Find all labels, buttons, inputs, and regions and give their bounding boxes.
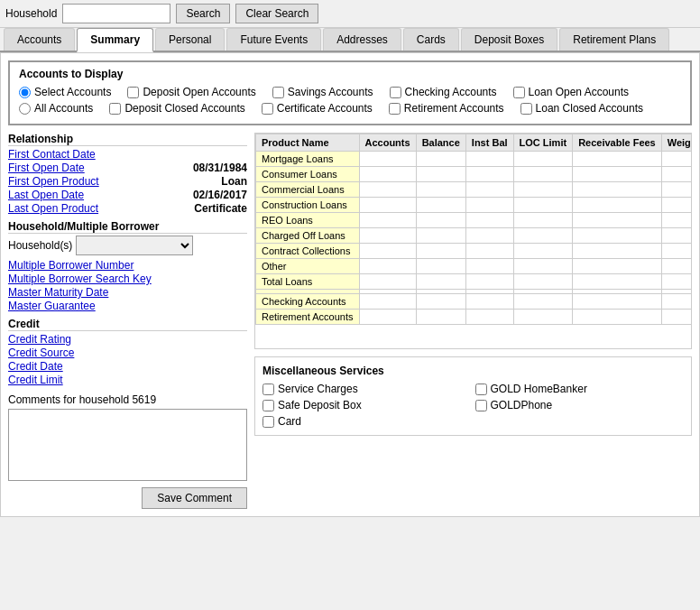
radio-select-accounts[interactable]: Select Accounts bbox=[19, 86, 111, 98]
rec_fees-cell bbox=[573, 198, 662, 213]
multiple-borrower-number-link[interactable]: Multiple Borrower Number bbox=[8, 259, 134, 272]
credit-rating-link[interactable]: Credit Rating bbox=[8, 333, 71, 346]
chk-loan-closed[interactable]: Loan Closed Accounts bbox=[520, 102, 643, 115]
product-name-cell: Total Loans bbox=[256, 274, 360, 290]
accounts-cell bbox=[359, 152, 416, 167]
first-open-product-row: First Open Product Loan bbox=[8, 175, 247, 188]
rec_fees-cell bbox=[573, 274, 662, 290]
rec_fees-cell bbox=[573, 228, 662, 244]
last-open-product-row: Last Open Product Certificate bbox=[8, 202, 247, 215]
weighted-cell bbox=[661, 294, 692, 310]
table-row: Consumer Loans bbox=[256, 167, 693, 182]
rec_fees-cell bbox=[573, 294, 662, 310]
credit-limit-link[interactable]: Credit Limit bbox=[8, 374, 63, 386]
left-panel: Relationship First Contact Date First Op… bbox=[8, 133, 247, 509]
radio-all-accounts[interactable]: All Accounts bbox=[19, 102, 93, 115]
certificate-label: Certificate Accounts bbox=[277, 102, 373, 115]
chk-loan-open[interactable]: Loan Open Accounts bbox=[513, 86, 629, 98]
credit-header: Credit bbox=[8, 318, 247, 331]
first-open-date-value: 08/31/1984 bbox=[193, 162, 247, 174]
first-open-date-row: First Open Date 08/31/1984 bbox=[8, 162, 247, 174]
first-open-product-label[interactable]: First Open Product bbox=[8, 175, 99, 188]
multiple-borrower-search-link[interactable]: Multiple Borrower Search Key bbox=[8, 273, 152, 285]
accounts-cell bbox=[359, 259, 416, 274]
rec_fees-cell bbox=[573, 152, 662, 167]
chk-service-charges[interactable]: Service Charges bbox=[262, 383, 472, 395]
credit-date-link[interactable]: Credit Date bbox=[8, 360, 63, 373]
loc_limit-cell bbox=[513, 152, 573, 167]
comments-section: Comments for household 5619 Save Comment bbox=[8, 393, 247, 509]
balance-cell bbox=[416, 182, 465, 198]
loc_limit-cell bbox=[513, 198, 573, 213]
misc-services-title: Miscellaneous Services bbox=[262, 365, 684, 377]
rec_fees-cell bbox=[573, 213, 662, 228]
weighted-cell bbox=[661, 274, 692, 290]
last-open-product-label[interactable]: Last Open Product bbox=[8, 202, 98, 215]
master-maturity-row: Master Maturity Date bbox=[8, 286, 247, 299]
tab-accounts[interactable]: Accounts bbox=[4, 28, 75, 51]
search-button[interactable]: Search bbox=[176, 4, 230, 23]
accounts-cell bbox=[359, 274, 416, 290]
master-guarantee-link[interactable]: Master Guarantee bbox=[8, 300, 96, 312]
chk-gold-homebanker[interactable]: GOLD HomeBanker bbox=[475, 383, 685, 395]
product-table-container: Product Name Accounts Balance Inst Bal L… bbox=[254, 133, 692, 349]
table-row: Commercial Loans bbox=[256, 182, 693, 198]
product-name-cell: Commercial Loans bbox=[256, 182, 360, 198]
accounts-cell bbox=[359, 244, 416, 259]
save-comment-button[interactable]: Save Comment bbox=[142, 487, 247, 509]
clear-search-button[interactable]: Clear Search bbox=[235, 4, 318, 23]
chk-safe-deposit[interactable]: Safe Deposit Box bbox=[262, 399, 472, 411]
master-maturity-link[interactable]: Master Maturity Date bbox=[8, 286, 108, 299]
select-accounts-label: Select Accounts bbox=[34, 86, 111, 98]
rec_fees-cell bbox=[573, 167, 662, 182]
weighted-cell bbox=[661, 310, 692, 325]
last-open-date-label[interactable]: Last Open Date bbox=[8, 189, 84, 201]
relationship-section: Relationship First Contact Date First Op… bbox=[8, 133, 247, 215]
weighted-cell bbox=[661, 167, 692, 182]
chk-checking[interactable]: Checking Accounts bbox=[390, 86, 497, 98]
accounts-cell bbox=[359, 310, 416, 325]
loc_limit-cell bbox=[513, 259, 573, 274]
tab-cards[interactable]: Cards bbox=[403, 28, 459, 51]
balance-cell bbox=[416, 274, 465, 290]
household-label: Household bbox=[5, 7, 57, 20]
balance-cell bbox=[416, 213, 465, 228]
tab-addresses[interactable]: Addresses bbox=[323, 28, 401, 51]
comments-textarea[interactable] bbox=[8, 409, 247, 481]
first-contact-label[interactable]: First Contact Date bbox=[8, 148, 96, 161]
household-input[interactable] bbox=[62, 4, 170, 23]
tab-future-events[interactable]: Future Events bbox=[226, 28, 321, 51]
chk-deposit-closed[interactable]: Deposit Closed Accounts bbox=[109, 102, 244, 115]
inst_bal-cell bbox=[465, 198, 513, 213]
tab-retirement-plans[interactable]: Retirement Plans bbox=[559, 28, 669, 51]
tab-summary[interactable]: Summary bbox=[77, 28, 153, 52]
tab-deposit-boxes[interactable]: Deposit Boxes bbox=[461, 28, 557, 51]
inst_bal-cell bbox=[465, 274, 513, 290]
inst_bal-cell bbox=[465, 182, 513, 198]
credit-rating-row: Credit Rating bbox=[8, 333, 247, 346]
chk-deposit-open[interactable]: Deposit Open Accounts bbox=[127, 86, 255, 98]
first-open-date-label[interactable]: First Open Date bbox=[8, 162, 85, 174]
households-select[interactable] bbox=[76, 236, 193, 255]
credit-source-link[interactable]: Credit Source bbox=[8, 347, 74, 359]
balance-cell bbox=[416, 167, 465, 182]
balance-cell bbox=[416, 244, 465, 259]
loan-open-label: Loan Open Accounts bbox=[529, 86, 629, 98]
chk-retirement[interactable]: Retirement Accounts bbox=[389, 102, 504, 115]
col-inst-bal: Inst Bal bbox=[465, 134, 513, 152]
chk-goldphone[interactable]: GOLDPhone bbox=[475, 399, 685, 411]
chk-certificate[interactable]: Certificate Accounts bbox=[262, 102, 373, 115]
tab-personal[interactable]: Personal bbox=[155, 28, 225, 51]
chk-card[interactable]: Card bbox=[262, 415, 472, 428]
first-open-product-value: Loan bbox=[221, 175, 247, 188]
multiple-borrower-number-row: Multiple Borrower Number bbox=[8, 259, 247, 272]
inst_bal-cell bbox=[465, 310, 513, 325]
weighted-cell bbox=[661, 182, 692, 198]
weighted-cell bbox=[661, 259, 692, 274]
inst_bal-cell bbox=[465, 228, 513, 244]
loc_limit-cell bbox=[513, 274, 573, 290]
loc_limit-cell bbox=[513, 213, 573, 228]
accounts-row1: Select Accounts Deposit Open Accounts Sa… bbox=[19, 86, 681, 98]
chk-savings[interactable]: Savings Accounts bbox=[272, 86, 373, 98]
accounts-cell bbox=[359, 213, 416, 228]
